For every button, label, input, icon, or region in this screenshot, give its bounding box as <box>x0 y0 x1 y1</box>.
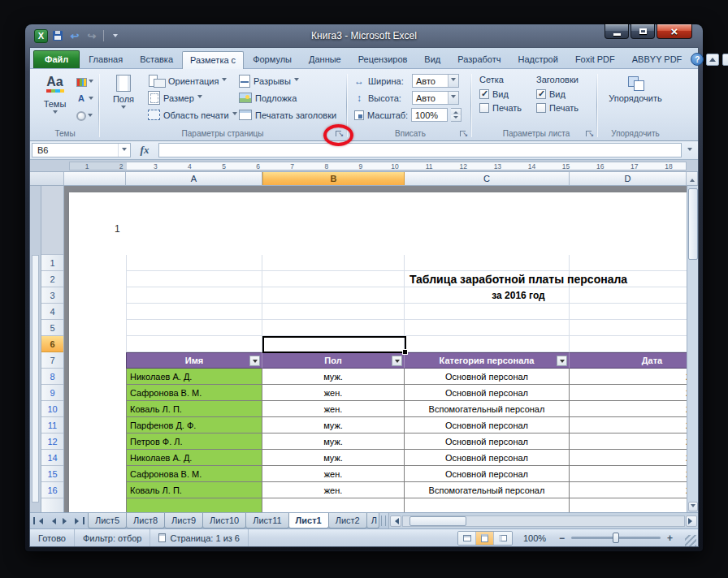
print-area-button[interactable]: Область печати <box>145 106 236 123</box>
cell[interactable]: жен. <box>262 385 405 401</box>
cell[interactable]: 25.05.2016 <box>570 417 687 434</box>
cell[interactable] <box>126 320 262 336</box>
cell[interactable]: Основной персонал <box>405 434 570 450</box>
tab-abbyy-pdf[interactable]: ABBYY PDF <box>624 50 691 68</box>
scrollbar-thumb[interactable] <box>688 188 698 260</box>
row-header-filtered[interactable]: 12 <box>41 434 63 450</box>
cell[interactable] <box>126 271 262 287</box>
cell[interactable] <box>570 255 687 271</box>
zoom-level[interactable]: 100% <box>519 533 550 543</box>
cell[interactable]: Основной персонал <box>405 385 570 401</box>
arrange-button[interactable]: Упорядочить <box>603 72 668 127</box>
scrollbar-track[interactable] <box>402 515 685 527</box>
scroll-up-button[interactable] <box>687 172 698 185</box>
cell[interactable] <box>405 336 570 352</box>
fit-height-select[interactable]: Авто <box>412 91 459 105</box>
cell[interactable]: Вспомогательный персонал <box>405 482 570 498</box>
row-header-filtered[interactable]: 15 <box>41 466 63 482</box>
filter-button[interactable] <box>392 356 402 366</box>
orientation-button[interactable]: Ориентация <box>145 72 236 89</box>
cell[interactable] <box>570 304 687 320</box>
row-header[interactable]: 3 <box>41 287 63 304</box>
cell[interactable] <box>126 336 262 352</box>
scrollbar-thumb[interactable] <box>410 516 466 526</box>
spinner-down-icon[interactable] <box>451 115 461 122</box>
row-header[interactable]: 5 <box>41 320 63 336</box>
zoom-in-button[interactable] <box>665 533 675 543</box>
theme-fonts-button[interactable] <box>75 92 95 106</box>
horizontal-scrollbar[interactable] <box>388 513 698 528</box>
tab-formulas[interactable]: Формулы <box>245 50 300 68</box>
cell[interactable]: муж. <box>262 450 405 466</box>
scale-to-fit-dialog-launcher[interactable] <box>459 130 468 139</box>
row-header-filtered[interactable]: 16 <box>41 482 63 498</box>
tab-addins[interactable]: Надстрой <box>509 50 566 68</box>
table-header-cell[interactable]: Имя <box>126 352 262 369</box>
sheet-tab[interactable]: Лист9 <box>164 513 203 528</box>
print-titles-button[interactable]: Печатать заголовки <box>236 106 341 123</box>
cell[interactable]: 25.05.2016 <box>570 385 687 401</box>
breaks-button[interactable]: Разрывы <box>236 72 341 89</box>
filter-button[interactable] <box>557 356 567 366</box>
tab-home[interactable]: Главная <box>80 50 131 68</box>
previous-sheet-button[interactable] <box>46 515 58 527</box>
themes-button[interactable]: Aa Темы <box>35 72 75 127</box>
filter-button[interactable] <box>249 356 260 366</box>
cell[interactable]: Сафронова В. М. <box>126 385 262 401</box>
cell[interactable] <box>126 304 262 320</box>
cell[interactable]: Основной персонал <box>405 466 570 482</box>
workbook-minimize-button[interactable] <box>722 54 728 66</box>
scroll-left-button[interactable] <box>390 515 401 527</box>
row-header[interactable]: 2 <box>41 271 63 287</box>
cell[interactable] <box>570 320 687 336</box>
column-header-c[interactable]: C <box>405 172 570 185</box>
sheet-tab[interactable]: Лист11 <box>245 513 288 528</box>
table-header-cell[interactable]: Дата <box>570 352 687 369</box>
cell[interactable] <box>126 498 262 512</box>
gridlines-view-checkbox[interactable]: Вид <box>479 87 536 101</box>
gridlines-print-checkbox[interactable]: Печать <box>479 101 536 114</box>
row-header-selected[interactable]: 6 <box>41 336 63 352</box>
cell[interactable]: жен. <box>262 466 405 482</box>
minimize-ribbon-icon[interactable] <box>706 54 719 66</box>
sheet-tab[interactable]: Л <box>366 513 379 528</box>
page-break-view-button[interactable] <box>494 532 512 545</box>
cell[interactable] <box>405 498 570 512</box>
minimize-button[interactable] <box>604 24 629 39</box>
zoom-track[interactable] <box>571 537 661 539</box>
last-sheet-button[interactable] <box>74 515 85 527</box>
next-sheet-button[interactable] <box>60 515 72 527</box>
customize-qat-button[interactable] <box>108 29 123 42</box>
headings-print-checkbox[interactable]: Печать <box>536 101 593 114</box>
help-icon[interactable] <box>691 53 704 66</box>
cell[interactable] <box>405 255 570 271</box>
first-sheet-button[interactable] <box>32 515 44 527</box>
cell[interactable] <box>126 287 262 304</box>
expand-formula-bar-button[interactable] <box>683 143 696 157</box>
size-button[interactable]: Размер <box>145 89 236 106</box>
tab-split-handle[interactable] <box>381 515 386 526</box>
cell[interactable]: жен. <box>262 401 405 417</box>
cell[interactable] <box>262 255 405 271</box>
row-header-filtered[interactable]: 9 <box>41 385 63 401</box>
headings-view-checkbox[interactable]: Вид <box>536 87 593 101</box>
tab-file[interactable]: Файл <box>33 50 80 68</box>
tab-review[interactable]: Рецензиров <box>350 50 416 68</box>
cell[interactable]: муж. <box>262 417 405 434</box>
resize-grip[interactable] <box>685 535 696 546</box>
cell[interactable]: Петров Ф. Л. <box>126 434 262 450</box>
spinner-up-icon[interactable] <box>451 109 461 115</box>
cell[interactable]: 25.05.2016 <box>570 369 687 385</box>
excel-logo-icon[interactable] <box>34 29 48 43</box>
row-header[interactable]: 1 <box>41 255 63 271</box>
cell[interactable] <box>262 498 405 512</box>
cell[interactable]: Вспомогательный персонал <box>405 401 570 417</box>
cell[interactable]: муж. <box>262 369 405 385</box>
row-header-filtered[interactable]: 11 <box>41 417 63 434</box>
cell[interactable] <box>262 304 405 320</box>
cell[interactable] <box>126 255 262 271</box>
column-header-d[interactable]: D <box>570 172 687 185</box>
cell[interactable]: Николаев А. Д. <box>126 450 262 466</box>
background-button[interactable]: Подложка <box>236 89 341 106</box>
cell[interactable] <box>405 304 570 320</box>
